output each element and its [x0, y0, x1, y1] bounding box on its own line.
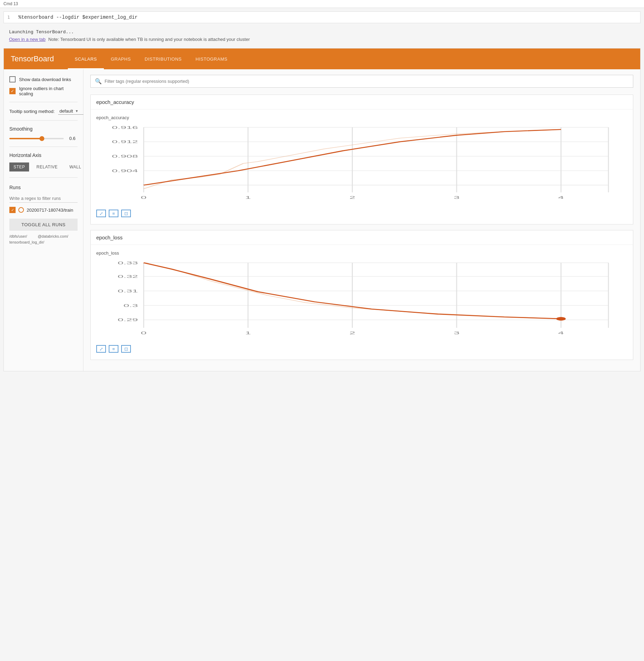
- svg-text:0.908: 0.908: [112, 154, 138, 159]
- axis-label: Horizontal Axis: [9, 152, 78, 158]
- top-bar: Cmd 13: [0, 0, 644, 8]
- svg-text:0.904: 0.904: [112, 168, 138, 173]
- ignore-outliers-checkbox[interactable]: ✓ Ignore outliers in chart scaling: [9, 86, 78, 96]
- svg-text:0.31: 0.31: [118, 289, 138, 293]
- svg-text:3: 3: [454, 195, 460, 200]
- data-icon: ≡: [112, 211, 115, 216]
- svg-text:4: 4: [558, 330, 564, 335]
- accuracy-data-btn[interactable]: ≡: [109, 210, 118, 217]
- tb-header: TensorBoard SCALARS GRAPHS DISTRIBUTIONS…: [4, 49, 640, 69]
- tooltip-row: Tooltip sorting method: default ▼: [9, 108, 78, 115]
- run-label: 20200717-180743/train: [27, 208, 73, 213]
- search-icon: 🔍: [95, 78, 102, 85]
- tab-histograms[interactable]: HISTOGRAMS: [189, 49, 234, 69]
- loss-chart-inner: epoch_loss: [91, 245, 633, 360]
- cell-code-input[interactable]: %tensorboard --logdir $experiment_log_di…: [18, 15, 637, 20]
- smoothing-slider[interactable]: [9, 138, 64, 139]
- loss-data-btn[interactable]: ≡: [109, 345, 118, 353]
- loss-chart-container: 0.33 0.32 0.31 0.3 0.29 0 1 2 3 4: [96, 259, 627, 342]
- show-download-checkbox[interactable]: Show data download links: [9, 76, 78, 82]
- ignore-outliers-label: Ignore outliers in chart scaling: [19, 86, 78, 96]
- axis-btn-wall[interactable]: WALL: [65, 162, 86, 172]
- tb-main: 🔍 epoch_accuracy epoch_accuracy: [83, 69, 640, 371]
- cell-output: Launching TensorBoard... Open in a new t…: [0, 27, 644, 45]
- open-link[interactable]: Open in a new tab: [9, 37, 46, 42]
- launching-text: Launching TensorBoard...: [9, 29, 635, 35]
- note-text: Note: Tensorboard UI is only available w…: [48, 37, 250, 42]
- svg-text:2: 2: [349, 195, 355, 200]
- divider-1: [9, 102, 78, 102]
- svg-text:0: 0: [141, 195, 147, 200]
- filter-row: 🔍: [90, 75, 633, 88]
- slider-thumb[interactable]: [39, 136, 44, 141]
- accuracy-chart-container: 0.916 0.912 0.908 0.904 0 1 2 3 4: [96, 124, 627, 207]
- tooltip-label: Tooltip sorting method:: [9, 109, 55, 114]
- chart-section-loss: epoch_loss epoch_loss: [90, 230, 633, 360]
- tab-scalars[interactable]: SCALARS: [68, 49, 104, 69]
- svg-text:0.912: 0.912: [112, 140, 138, 144]
- loss-expand-btn[interactable]: ⤢: [96, 345, 106, 353]
- svg-text:0.3: 0.3: [124, 303, 138, 308]
- tab-distributions[interactable]: DISTRIBUTIONS: [138, 49, 189, 69]
- tooltip-select[interactable]: default ▼: [58, 108, 86, 115]
- accuracy-chart-svg: 0.916 0.912 0.908 0.904 0 1 2 3 4: [96, 124, 627, 207]
- axis-buttons: STEP RELATIVE WALL: [9, 162, 78, 172]
- smoothing-label: Smoothing: [9, 126, 78, 132]
- run-item: ✓ 20200717-180743/train: [9, 207, 78, 213]
- svg-text:0.32: 0.32: [118, 274, 138, 279]
- cmd-label: Cmd 13: [3, 1, 18, 6]
- svg-text:3: 3: [454, 330, 460, 335]
- slider-fill: [9, 138, 42, 139]
- cell-gutter: 1 %tensorboard --logdir $experiment_log_…: [4, 12, 640, 23]
- divider-3: [9, 147, 78, 147]
- loss-section-title: epoch_loss: [91, 230, 633, 245]
- svg-text:0.916: 0.916: [112, 125, 138, 130]
- divider-2: [9, 120, 78, 121]
- svg-text:0.33: 0.33: [118, 261, 138, 265]
- loss-chart-tools: ⤢ ≡ ⊡: [96, 342, 627, 354]
- svg-text:0.29: 0.29: [118, 318, 138, 322]
- runs-section: Runs ✓ 20200717-180743/train TOGGLE ALL …: [9, 185, 78, 245]
- smoothing-value: 0.6: [69, 136, 78, 141]
- tb-body: Show data download links ✓ Ignore outlie…: [4, 69, 640, 371]
- accuracy-expand-btn[interactable]: ⤢: [96, 210, 106, 217]
- tb-brand: TensorBoard: [11, 54, 54, 63]
- expand-icon-2: ⤢: [99, 346, 103, 352]
- axis-btn-relative[interactable]: RELATIVE: [32, 162, 62, 172]
- run-checkbox[interactable]: ✓: [9, 207, 16, 213]
- check-icon: ✓: [11, 89, 14, 93]
- axis-btn-step[interactable]: STEP: [9, 162, 29, 171]
- filter-input[interactable]: [105, 79, 629, 84]
- axis-section: Horizontal Axis STEP RELATIVE WALL: [9, 152, 78, 172]
- zoom-icon-2: ⊡: [124, 346, 128, 352]
- tab-graphs[interactable]: GRAPHS: [104, 49, 138, 69]
- loss-zoom-btn[interactable]: ⊡: [121, 345, 131, 353]
- svg-text:0: 0: [141, 330, 147, 335]
- dropdown-arrow-icon: ▼: [75, 109, 79, 113]
- runs-filter-input[interactable]: [9, 194, 78, 203]
- run-check-icon: ✓: [11, 208, 14, 212]
- show-download-box: [9, 76, 16, 82]
- svg-text:2: 2: [349, 330, 355, 335]
- tooltip-value: default: [60, 108, 73, 114]
- runs-label: Runs: [9, 185, 78, 190]
- svg-text:1: 1: [245, 330, 251, 335]
- accuracy-chart-tools: ⤢ ≡ ⊡: [96, 207, 627, 219]
- tb-sidebar: Show data download links ✓ Ignore outlie…: [4, 69, 83, 371]
- toggle-all-runs-button[interactable]: TOGGLE ALL RUNS: [9, 219, 78, 231]
- divider-4: [9, 177, 78, 178]
- accuracy-chart-inner: epoch_accuracy: [91, 109, 633, 224]
- cell-number: 1: [7, 15, 14, 20]
- accuracy-chart-title: epoch_accuracy: [96, 115, 627, 120]
- tensorboard-container: TensorBoard SCALARS GRAPHS DISTRIBUTIONS…: [3, 48, 641, 371]
- loss-chart-svg: 0.33 0.32 0.31 0.3 0.29 0 1 2 3 4: [96, 259, 627, 342]
- accuracy-zoom-btn[interactable]: ⊡: [121, 210, 131, 217]
- tb-nav: SCALARS GRAPHS DISTRIBUTIONS HISTOGRAMS: [68, 49, 234, 69]
- notebook-cell: 1 %tensorboard --logdir $experiment_log_…: [3, 11, 641, 23]
- path-text: /dbfs/user/ @databricks.com/tensorboard_…: [9, 233, 78, 245]
- ignore-outliers-box: ✓: [9, 88, 16, 94]
- chart-section-accuracy: epoch_accuracy epoch_accuracy: [90, 95, 633, 224]
- run-circle-icon: [18, 207, 24, 213]
- svg-point-41: [556, 317, 566, 320]
- svg-text:1: 1: [245, 195, 251, 200]
